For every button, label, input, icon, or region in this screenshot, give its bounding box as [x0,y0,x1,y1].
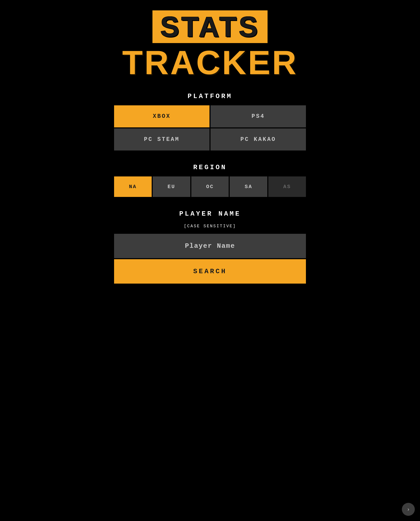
nav-arrow[interactable]: › [402,503,415,516]
playername-section: PLAYER NAME [CASE SENSITIVE] SEARCH [114,210,306,284]
platform-pckakao-button[interactable]: PC KAKAO [211,128,306,150]
region-eu-button[interactable]: EU [153,176,190,197]
region-section: REGION NA EU OC SA AS [114,163,306,197]
region-as-button: AS [268,176,306,197]
logo-tracker-text: TRACKER [122,46,298,79]
platform-ps4-button[interactable]: PS4 [211,105,306,127]
logo-stats-box: STATS [152,10,268,43]
search-button[interactable]: SEARCH [114,259,306,284]
region-sa-button[interactable]: SA [230,176,267,197]
chevron-right-icon: › [407,506,410,512]
page-container: STATS TRACKER PLATFORM XBOX PS4 PC STEAM… [83,0,337,299]
logo-section: STATS TRACKER [88,10,332,79]
region-grid: NA EU OC SA AS [114,176,306,197]
platform-grid: XBOX PS4 PC STEAM PC KAKAO [114,105,306,150]
platform-pcsteam-button[interactable]: PC STEAM [114,128,209,150]
platform-label: PLATFORM [188,92,233,100]
player-name-input[interactable] [114,234,306,258]
logo-stats-text: STATS [160,11,260,43]
playername-label: PLAYER NAME [179,210,241,218]
region-label: REGION [193,163,227,171]
platform-section: PLATFORM XBOX PS4 PC STEAM PC KAKAO [114,92,306,150]
playername-sublabel: [CASE SENSITIVE] [184,224,236,229]
region-na-button[interactable]: NA [114,176,152,197]
region-oc-button[interactable]: OC [191,176,229,197]
platform-xbox-button[interactable]: XBOX [114,105,209,127]
